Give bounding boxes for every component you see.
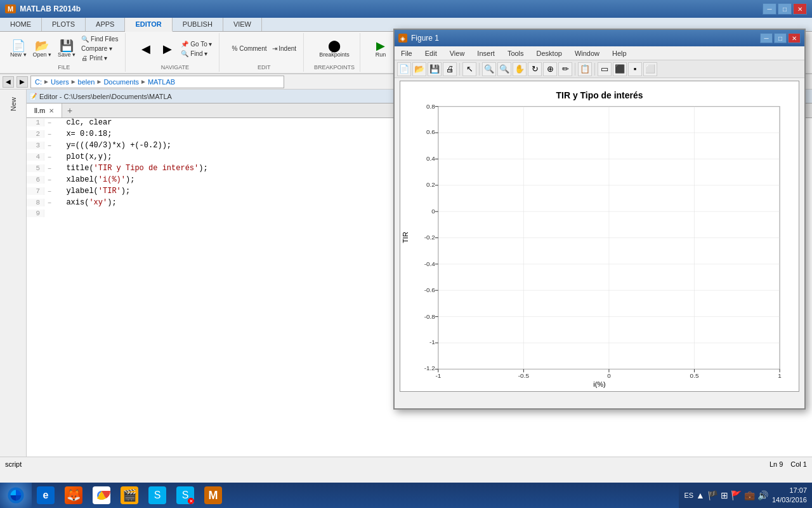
taskbar-browser[interactable]: 🦊 [60,483,88,508]
tab-editor[interactable]: EDITOR [125,18,172,32]
fig-tool-pan[interactable]: ✋ [513,62,527,76]
addr-matlab[interactable]: MATLAB [148,78,175,86]
fig-menu-insert[interactable]: Insert [471,48,501,58]
windows-icon: ⊞ [721,490,728,500]
ie-icon: e [37,486,55,504]
fig-tool-new[interactable]: 📄 [397,62,411,76]
fig-tool-datacursor[interactable]: ⊕ [543,62,557,76]
editor-tab-llm[interactable]: ll.m ✕ [27,104,62,117]
svg-text:-1.2: -1.2 [424,364,436,371]
fig-minimize-button[interactable]: ─ [760,33,773,43]
vlc-icon: 🎬 [121,486,138,504]
run-icon: ▶ [376,40,385,51]
fig-tool-toggle2[interactable]: ⬜ [643,62,657,76]
tab-llm-close[interactable]: ✕ [49,107,54,114]
fig-tool-link[interactable]: ⬛ [613,62,627,76]
back-button[interactable]: ◀ [136,42,156,56]
fig-tool-cursor[interactable]: ↖ [462,62,476,76]
fig-tool-brush[interactable]: ✏ [558,62,572,76]
addr-belen[interactable]: belen [78,78,95,86]
address-path[interactable]: C: ► Users ► belen ► Documents ► MATLAB [30,76,284,88]
fig-tool-zoom-out[interactable]: 🔍 [497,62,511,76]
fig-tool-toggle1[interactable]: ▪ [628,62,642,76]
taskbar-matlab[interactable]: M [199,483,227,508]
fig-close-button[interactable]: ✕ [788,33,801,43]
save-button[interactable]: 💾 Save ▾ [55,39,78,59]
fig-tool-open[interactable]: 📂 [412,62,426,76]
minimize-button[interactable]: ─ [763,3,776,15]
open-button[interactable]: 📂 Open ▾ [30,39,55,59]
new-vertical-label[interactable]: New [8,95,18,114]
fig-title-bar: ◈ Figure 1 ─ □ ✕ [395,30,804,46]
fig-tool-zoom-in[interactable]: 🔍 [482,62,496,76]
tab-add-button[interactable]: + [62,104,77,117]
fig-maximize-button[interactable]: □ [774,33,787,43]
tab-plots[interactable]: PLOTS [42,18,86,31]
addr-forward-button[interactable]: ▶ [16,76,28,88]
taskbar-skype1[interactable]: S [143,483,171,508]
figure-window: ◈ Figure 1 ─ □ ✕ File Edit View Insert T… [393,29,806,410]
tab-apps[interactable]: APPS [86,18,125,31]
print-button[interactable]: 🖨 Print ▾ [79,54,120,62]
forward-button[interactable]: ▶ [157,42,178,56]
indent-button[interactable]: ⇥ Indent [270,44,299,53]
file-buttons: 📄 New ▾ 📂 Open ▾ 💾 Save ▾ 🔍 Find Files C… [8,34,120,63]
breakpoints-icon: ⬤ [328,40,341,51]
fig-menu-window[interactable]: Window [568,48,606,58]
line-dash-5: – [44,164,55,172]
ribbon-group-file: 📄 New ▾ 📂 Open ▾ 💾 Save ▾ 🔍 Find Files C… [3,33,126,72]
browser-icon: 🦊 [65,486,82,504]
fig-tool-rotate[interactable]: ↻ [528,62,542,76]
taskbar-skype2[interactable]: S ✕ [171,483,199,508]
addr-c[interactable]: C: [35,78,42,86]
fig-tool-copy[interactable]: 📋 [578,62,592,76]
run-button[interactable]: ▶ Run [370,39,391,59]
fig-menu-help[interactable]: Help [606,48,633,58]
tab-publish[interactable]: PUBLISH [173,18,223,31]
open-icon: 📂 [35,40,49,51]
compare-button[interactable]: Compare ▾ [79,44,120,53]
taskbar-time[interactable]: 17:07 14/03/2016 [772,486,807,505]
goto-button[interactable]: 📌 Go To ▾ [179,40,214,48]
title-bar-text: M MATLAB R2014b [5,4,81,13]
addr-documents[interactable]: Documents [103,78,139,86]
maximize-button[interactable]: □ [778,3,792,15]
breakpoints-button[interactable]: ⬤ Breakpoints [317,39,352,59]
addr-users[interactable]: Users [51,78,69,86]
comment-button[interactable]: % Comment [230,44,268,53]
fig-tool-print[interactable]: 🖨 [443,62,457,76]
status-col: Col 1 [790,460,807,468]
svg-text:0.6: 0.6 [426,129,435,136]
matlab-logo: M [5,4,16,13]
addr-back-button[interactable]: ◀ [3,76,14,88]
close-button[interactable]: ✕ [793,3,807,15]
briefcase-icon: 💼 [744,490,755,500]
taskbar-ie[interactable]: e [32,483,60,508]
time-display: 17:07 [772,486,807,495]
svg-text:0: 0 [431,208,435,215]
fig-menu-edit[interactable]: Edit [419,48,443,58]
fig-menu-tools[interactable]: Tools [501,48,530,58]
fig-menu-desktop[interactable]: Desktop [530,48,568,58]
line-code-8: axis('xy'); [55,198,117,207]
navigate-buttons: ◀ ▶ 📌 Go To ▾ 🔍 Find ▾ [136,34,214,63]
taskbar-vlc[interactable]: 🎬 [115,483,143,508]
taskbar-chrome[interactable] [88,483,115,508]
fig-tool-axes-prop[interactable]: ▭ [598,62,612,76]
addr-sep-1: ► [43,78,49,85]
volume-icon: 🔊 [757,490,768,500]
tab-home[interactable]: HOME [0,18,42,31]
fig-menu-file[interactable]: File [395,48,419,58]
line-num-2: 2 [27,130,44,138]
find-files-button[interactable]: 🔍 Find Files [79,35,120,43]
navigate-group-label: NAVIGATE [161,64,189,70]
start-button[interactable] [0,483,32,508]
tab-view[interactable]: VIEW [223,18,262,31]
indent-buttons: ⇥ Indent [270,44,299,53]
new-button[interactable]: 📄 New ▾ [8,39,29,59]
language-indicator: ES [684,491,693,499]
find-button[interactable]: 🔍 Find ▾ [179,50,214,58]
fig-menu-view[interactable]: View [443,48,471,58]
fig-tool-save[interactable]: 💾 [428,62,442,76]
svg-text:0: 0 [607,372,611,379]
